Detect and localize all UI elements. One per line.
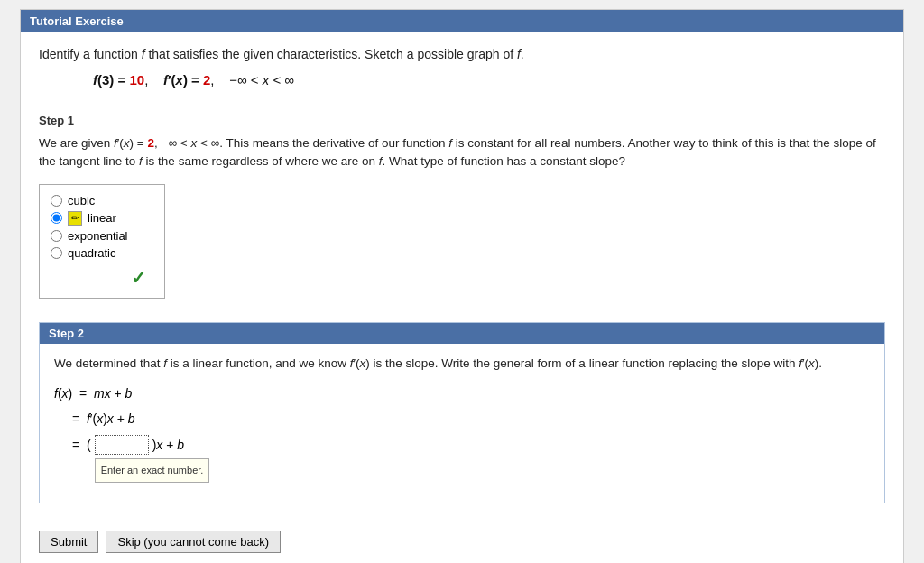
exact-number-input[interactable] — [95, 435, 149, 455]
step1-text: We are given f′(x) = 2, −∞ < x < ∞. This… — [39, 134, 885, 171]
radio-linear[interactable] — [51, 212, 62, 224]
math-line3: = ( Enter an exact number. )x + b — [54, 433, 870, 485]
step2-header: Step 2 — [40, 323, 884, 344]
step1-label: Step 1 — [39, 114, 885, 127]
math-lines: f(x) = mx + b = f′(x)x + b = ( Enter an … — [54, 382, 870, 485]
checkmark-area: ✓ — [51, 263, 153, 292]
divider-1 — [39, 97, 885, 97]
button-row: Submit Skip (you cannot come back) — [39, 531, 885, 553]
checkmark-icon: ✓ — [131, 268, 146, 288]
label-exponential[interactable]: exponential — [68, 229, 128, 243]
label-linear[interactable]: linear — [88, 211, 116, 225]
step2-content: We determined that f is a linear functio… — [40, 344, 884, 503]
radio-group: cubic ✏ linear exponential quadratic ✓ — [39, 184, 165, 299]
math-line2-text: = f′(x)x + b — [72, 407, 135, 431]
math-line1: f(x) = mx + b — [54, 382, 870, 406]
label-cubic[interactable]: cubic — [68, 194, 95, 208]
math-line2: = f′(x)x + b — [54, 407, 870, 431]
math-line1-text: f(x) = mx + b — [54, 382, 132, 406]
skip-button[interactable]: Skip (you cannot come back) — [106, 531, 281, 553]
radio-quadratic[interactable] — [51, 247, 62, 259]
math-line3-suffix: )x + b — [152, 433, 184, 457]
step2-text: We determined that f is a linear functio… — [54, 355, 870, 373]
radio-item-quadratic: quadratic — [51, 246, 153, 260]
label-quadratic[interactable]: quadratic — [68, 246, 116, 260]
input-wrapper: Enter an exact number. — [95, 433, 149, 457]
pencil-icon: ✏ — [68, 211, 82, 226]
tutorial-header: Tutorial Exercise — [21, 10, 903, 32]
radio-cubic[interactable] — [51, 195, 62, 207]
tooltip-text: Enter an exact number. — [101, 465, 204, 475]
math-display: f(3) = 10, f′(x) = 2, −∞ < x < ∞ — [93, 72, 885, 88]
main-container: Tutorial Exercise Identify a function f … — [20, 9, 904, 563]
problem-statement: Identify a function f that satisfies the… — [39, 47, 885, 61]
radio-item-linear: ✏ linear — [51, 211, 153, 226]
content-area: Identify a function f that satisfies the… — [21, 32, 903, 563]
radio-item-cubic: cubic — [51, 194, 153, 208]
step2-label: Step 2 — [49, 327, 84, 340]
submit-button[interactable]: Submit — [39, 531, 98, 553]
radio-item-exponential: exponential — [51, 229, 153, 243]
tooltip-exact-number: Enter an exact number. — [95, 458, 210, 483]
step2-box: Step 2 We determined that f is a linear … — [39, 322, 885, 503]
math-line3-prefix: = ( — [72, 433, 91, 457]
tutorial-header-title: Tutorial Exercise — [30, 14, 124, 28]
radio-exponential[interactable] — [51, 230, 62, 242]
